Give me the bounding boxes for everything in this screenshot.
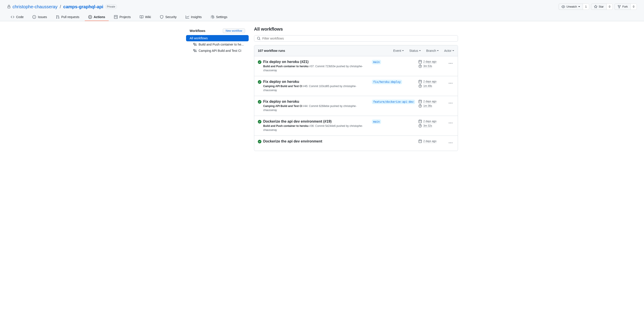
run-row: Fix deploy on heroku Camping API Build a… bbox=[254, 96, 458, 116]
status-icon bbox=[258, 60, 262, 65]
star-icon bbox=[594, 5, 598, 8]
nav-actions[interactable]: Actions bbox=[85, 13, 109, 21]
nav-wiki[interactable]: Wiki bbox=[136, 13, 154, 21]
nav-wiki-label: Wiki bbox=[145, 15, 151, 19]
repo-header: christophe-chausseray / camps-graphql-ap… bbox=[0, 0, 644, 21]
run-menu-button[interactable] bbox=[447, 80, 454, 88]
branch-label[interactable]: main bbox=[372, 120, 381, 124]
sidebar-item-label: Camping API Build and Test CI bbox=[198, 49, 241, 52]
filter-status[interactable]: Status bbox=[409, 49, 421, 52]
nav-insights[interactable]: Insights bbox=[182, 13, 205, 21]
search-icon bbox=[257, 37, 260, 40]
fork-count[interactable]: 0 bbox=[630, 3, 637, 10]
nav-pulls[interactable]: Pull requests bbox=[52, 13, 83, 21]
repo-actions: Unwatch 1 Star 0 Fork 0 bbox=[558, 3, 637, 10]
kebab-icon bbox=[449, 82, 452, 85]
stopwatch-icon bbox=[418, 84, 422, 88]
run-menu-button[interactable] bbox=[447, 139, 454, 147]
branch-label[interactable]: feature/dockerize-api-dev bbox=[372, 100, 415, 104]
check-circle-icon bbox=[258, 120, 262, 124]
watch-count[interactable]: 1 bbox=[583, 3, 589, 10]
sidebar-item-label: Build and Push container to he... bbox=[198, 43, 244, 46]
filter-status-label: Status bbox=[409, 49, 418, 52]
run-meta: Camping API Build and Test CI #45: Commi… bbox=[263, 84, 366, 92]
run-menu-button[interactable] bbox=[447, 60, 454, 68]
filter-branch[interactable]: Branch bbox=[426, 49, 439, 52]
fork-button[interactable]: Fork bbox=[614, 3, 630, 10]
issue-icon bbox=[32, 15, 36, 19]
run-time: 2 days ago 3m 53s bbox=[418, 60, 445, 69]
stopwatch-icon bbox=[418, 124, 422, 128]
calendar-icon bbox=[418, 120, 422, 123]
play-icon bbox=[88, 15, 92, 19]
nav-security[interactable]: Security bbox=[156, 13, 180, 21]
stopwatch-icon bbox=[418, 64, 422, 68]
run-duration: 1m 36s bbox=[423, 104, 432, 108]
star-button[interactable]: Star bbox=[591, 3, 607, 10]
check-circle-icon bbox=[258, 60, 262, 64]
run-time: 2 days ago bbox=[418, 139, 445, 144]
nav-code[interactable]: Code bbox=[7, 13, 27, 21]
sidebar-all-workflows[interactable]: All workflows bbox=[186, 35, 249, 41]
run-menu-button[interactable] bbox=[447, 120, 454, 127]
run-title-link[interactable]: Fix deploy on heroku (#21) bbox=[263, 60, 366, 64]
sidebar-workflow-item[interactable]: Build and Push container to he... bbox=[190, 41, 249, 48]
gear-icon bbox=[211, 15, 214, 19]
main-content: All workflows 107 workflow runs Event St… bbox=[254, 26, 458, 151]
run-timestamp: 2 days ago bbox=[423, 80, 436, 83]
repo-name-link[interactable]: camps-graphql-api bbox=[63, 4, 103, 9]
run-title-link[interactable]: Fix deploy on heroku bbox=[263, 100, 366, 104]
filter-input[interactable] bbox=[262, 37, 455, 40]
filter-event[interactable]: Event bbox=[393, 49, 404, 52]
run-title-link[interactable]: Dockerize the api dev environment (#19) bbox=[263, 120, 366, 124]
sidebar-workflow-item[interactable]: Camping API Build and Test CI bbox=[190, 48, 249, 54]
run-branch: feature/dockerize-api-dev bbox=[372, 100, 416, 105]
check-circle-icon bbox=[258, 100, 262, 104]
nav-projects-label: Projects bbox=[120, 15, 131, 19]
sidebar-title: Workflows bbox=[190, 29, 206, 33]
run-timestamp: 2 days ago bbox=[423, 100, 436, 103]
nav-settings-label: Settings bbox=[216, 15, 228, 19]
run-time: 2 days ago 1m 36s bbox=[418, 100, 445, 109]
nav-insights-label: Insights bbox=[191, 15, 202, 19]
caret-icon bbox=[437, 50, 439, 51]
nav-issues-label: Issues bbox=[38, 15, 47, 19]
stopwatch-icon bbox=[418, 104, 422, 108]
filter-actor[interactable]: Actor bbox=[444, 49, 454, 52]
run-menu-button[interactable] bbox=[447, 100, 454, 107]
run-branch: main bbox=[372, 60, 416, 65]
run-branch: fix/heroku-deploy bbox=[372, 80, 416, 85]
repo-owner-link[interactable]: christophe-chausseray bbox=[12, 4, 58, 9]
check-circle-icon bbox=[258, 80, 262, 84]
filter-box[interactable] bbox=[254, 35, 458, 41]
star-label: Star bbox=[599, 4, 604, 9]
run-timestamp: 2 days ago bbox=[423, 60, 436, 63]
graph-icon bbox=[186, 15, 189, 19]
unwatch-button[interactable]: Unwatch bbox=[558, 3, 583, 10]
star-count[interactable]: 0 bbox=[607, 3, 613, 10]
kebab-icon bbox=[449, 101, 452, 105]
status-icon bbox=[258, 100, 262, 104]
nav-projects[interactable]: Projects bbox=[110, 13, 134, 21]
calendar-icon bbox=[418, 80, 422, 83]
run-duration: 3m 53s bbox=[423, 65, 432, 68]
run-meta: Build and Push container to heroku #36: … bbox=[263, 124, 366, 132]
page-title: All workflows bbox=[254, 26, 458, 32]
run-title-link[interactable]: Dockerize the api dev environment bbox=[263, 139, 366, 143]
run-row: Fix deploy on heroku Camping API Build a… bbox=[254, 76, 458, 96]
calendar-icon bbox=[418, 100, 422, 103]
fork-icon bbox=[618, 5, 621, 8]
run-title-link[interactable]: Fix deploy on heroku bbox=[263, 80, 366, 84]
caret-icon bbox=[578, 6, 580, 7]
eye-icon bbox=[562, 5, 565, 8]
nav-issues[interactable]: Issues bbox=[29, 13, 50, 21]
run-row: Dockerize the api dev environment (#19) … bbox=[254, 116, 458, 136]
project-icon bbox=[114, 15, 118, 19]
kebab-icon bbox=[449, 141, 452, 145]
run-branch: main bbox=[372, 120, 416, 125]
nav-settings[interactable]: Settings bbox=[207, 13, 231, 21]
caret-icon bbox=[402, 50, 404, 51]
new-workflow-button[interactable]: New workflow bbox=[223, 28, 245, 33]
branch-label[interactable]: fix/heroku-deploy bbox=[372, 80, 402, 84]
branch-label[interactable]: main bbox=[372, 60, 381, 64]
